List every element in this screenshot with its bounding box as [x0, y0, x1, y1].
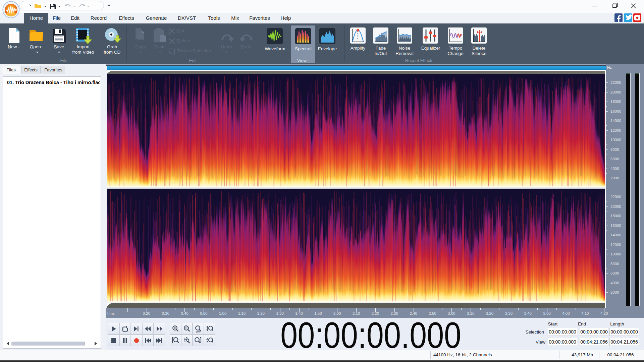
svg-text:100: 100 [196, 330, 200, 333]
